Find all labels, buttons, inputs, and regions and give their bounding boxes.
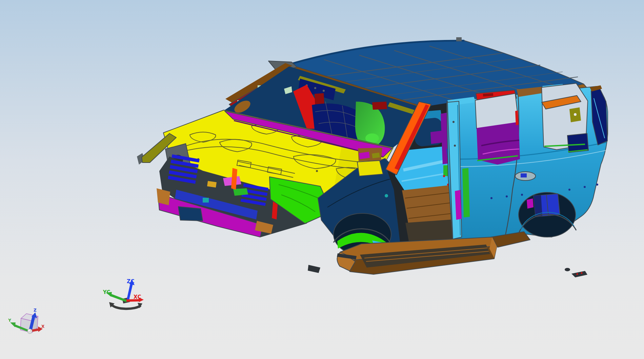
datum-y-label: Y [8,318,11,323]
wcs-x-label: XC [134,294,141,300]
cad-viewport[interactable]: ZC YC XC Z Y X [0,0,644,359]
wcs-z-label: ZC [127,278,135,284]
datum-z-label: Z [34,308,37,313]
rear-wheel-arch[interactable] [519,192,576,237]
datum-origin-ball[interactable] [27,329,32,334]
datum-x-label: X [41,324,45,329]
wcs-y-label: YC [103,289,110,295]
rear-door-window[interactable] [475,93,520,165]
tow-bracket[interactable] [178,207,203,221]
quarter-window[interactable] [542,83,588,152]
viewport-canvas[interactable]: ZC YC XC Z Y X [0,0,644,359]
roof-stub [456,37,462,41]
fender-bracket[interactable] [357,161,383,176]
